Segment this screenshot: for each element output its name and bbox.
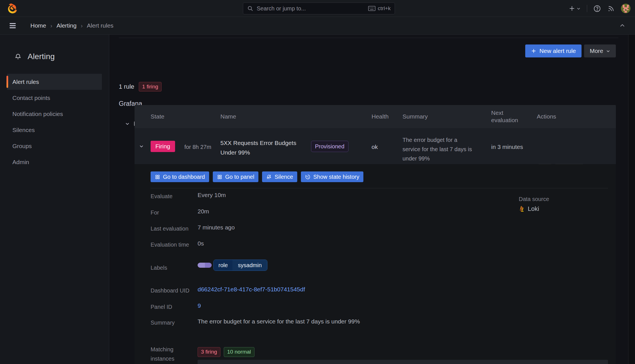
breadcrumb-home[interactable]: Home [30, 22, 46, 29]
sidebar: Alerting Alert rules Contact points Noti… [0, 35, 109, 364]
grafana-app: Search or jump to... ctrl+k [0, 0, 635, 364]
sidebar-item-silences[interactable]: Silences [7, 122, 102, 138]
breadcrumb-bar: Home › Alerting › Alert rules [0, 17, 635, 35]
sidebar-list: Alert rules Contact points Notification … [0, 74, 109, 170]
label-color-stub [198, 263, 212, 268]
avatar[interactable] [621, 4, 630, 13]
hamburger-icon [8, 21, 17, 30]
rss-icon [607, 5, 615, 12]
shortcut-hint: ctrl+k [368, 5, 391, 12]
labels-label: Labels [151, 263, 167, 273]
matching-normal-badge: 10 normal [224, 347, 254, 357]
summary-value: The error budget for a service for the l… [198, 318, 360, 325]
sidebar-title: Alerting [15, 52, 109, 61]
collapse-header-button[interactable] [619, 23, 625, 29]
next-evaluation-value: in 3 minutes [491, 144, 523, 150]
show-state-history-button[interactable]: Show state history [301, 171, 363, 182]
evaluate-value: Every 10m [198, 192, 226, 198]
matching-instances-label: Matching instances [151, 345, 179, 363]
table-row: Firing for 8h 27m 5XX Requests Error Bud… [135, 128, 616, 164]
chevron-down-icon [139, 144, 144, 149]
more-button[interactable]: More [584, 44, 616, 57]
rule-count-row: 1 rule 1 firing [119, 81, 162, 93]
datasource-label: Data source [519, 196, 549, 202]
rule-name-link[interactable]: 5XX Requests Error Budgets Under 99% [220, 138, 310, 157]
summary-label: Summary [151, 318, 175, 327]
help-icon [593, 5, 601, 12]
search-placeholder: Search or jump to... [257, 5, 365, 12]
details-divider [151, 188, 608, 188]
nav-divider [587, 5, 587, 12]
state-duration: for 8h 27m [184, 144, 211, 150]
dashboard-uid-link[interactable]: d66242cf-71e8-417c-8ef7-51b0741545df [198, 286, 305, 293]
chevron-up-icon [619, 23, 625, 29]
sidebar-item-contact-points[interactable]: Contact points [7, 90, 102, 106]
silence-button[interactable]: Silence [262, 171, 297, 182]
content-divider [119, 38, 618, 38]
search-icon [247, 5, 253, 12]
rule-actions-row: Go to dashboard Go to panel [151, 171, 363, 182]
row-expand-button[interactable] [139, 144, 144, 149]
label-pill: role sysadmin [213, 260, 267, 271]
add-menu-button[interactable] [569, 5, 581, 12]
sidebar-item-alert-rules[interactable]: Alert rules [7, 74, 102, 90]
search-input[interactable]: Search or jump to... ctrl+k [243, 3, 395, 14]
col-name: Name [220, 113, 236, 120]
breadcrumb-alerting[interactable]: Alerting [57, 22, 77, 29]
rule-summary: The error budget for a service for the l… [403, 135, 473, 163]
sidebar-item-admin[interactable]: Admin [7, 154, 102, 170]
breadcrumb: Home › Alerting › Alert rules [30, 22, 113, 29]
alert-rules-table: State Name Health Summary Next evaluatio… [135, 105, 616, 364]
dashboard-uid-label: Dashboard UID [151, 286, 189, 295]
go-to-dashboard-button[interactable]: Go to dashboard [151, 171, 209, 182]
chevron-down-icon [576, 6, 581, 11]
firing-count-badge: 1 firing [139, 82, 162, 92]
sidebar-title-label: Alerting [28, 52, 55, 61]
loki-icon [519, 206, 525, 212]
row-provisioned-badge: Provisioned [311, 141, 348, 152]
sidebar-item-groups[interactable]: Groups [7, 138, 102, 154]
breadcrumb-separator: › [81, 23, 83, 29]
breadcrumb-separator: › [50, 23, 52, 29]
help-button[interactable] [593, 5, 601, 12]
label-key: role [214, 260, 232, 271]
apps-icon [217, 174, 222, 180]
grafana-logo-icon[interactable] [7, 3, 17, 14]
rule-health: ok [372, 144, 378, 150]
col-actions: Actions [537, 113, 556, 120]
new-alert-rule-button[interactable]: New alert rule [525, 44, 582, 57]
keyboard-icon [368, 6, 375, 11]
bell-icon [15, 53, 21, 60]
sidebar-item-notification-policies[interactable]: Notification policies [7, 106, 102, 122]
rule-details: Go to dashboard Go to panel [135, 164, 616, 364]
history-icon [305, 174, 310, 180]
chevron-down-icon[interactable] [125, 121, 130, 126]
breadcrumb-alert-rules: Alert rules [87, 22, 114, 29]
matching-firing-badge: 3 firing [198, 347, 220, 357]
datasource-value: Loki [519, 205, 539, 213]
for-label: For [151, 208, 159, 217]
go-to-panel-button[interactable]: Go to panel [213, 171, 258, 182]
panel-id-link[interactable]: 9 [198, 302, 201, 309]
panel-id-label: Panel ID [151, 302, 172, 312]
label-value: sysadmin [232, 260, 267, 271]
nav-right-cluster [569, 0, 630, 17]
bell-slash-icon [266, 174, 272, 180]
state-badge: Firing [151, 141, 175, 152]
news-button[interactable] [607, 5, 615, 12]
plus-icon [531, 48, 536, 54]
col-summary: Summary [403, 113, 428, 120]
table-header: State Name Health Summary Next evaluatio… [135, 105, 616, 128]
evaluation-time-value: 0s [198, 240, 204, 247]
scrollbar-track[interactable] [628, 35, 635, 364]
top-nav: Search or jump to... ctrl+k [0, 0, 635, 17]
rule-count: 1 rule [119, 83, 134, 90]
instances-table-top [198, 360, 608, 364]
last-evaluation-value: 7 minutes ago [198, 224, 235, 231]
for-value: 20m [198, 208, 209, 215]
col-state: State [151, 113, 164, 120]
main-content: 1 rule 1 firing New alert rule More Graf… [109, 35, 628, 364]
evaluate-label: Evaluate [151, 192, 173, 201]
menu-toggle-button[interactable] [8, 21, 17, 30]
last-evaluation-label: Last evaluation [151, 224, 189, 233]
